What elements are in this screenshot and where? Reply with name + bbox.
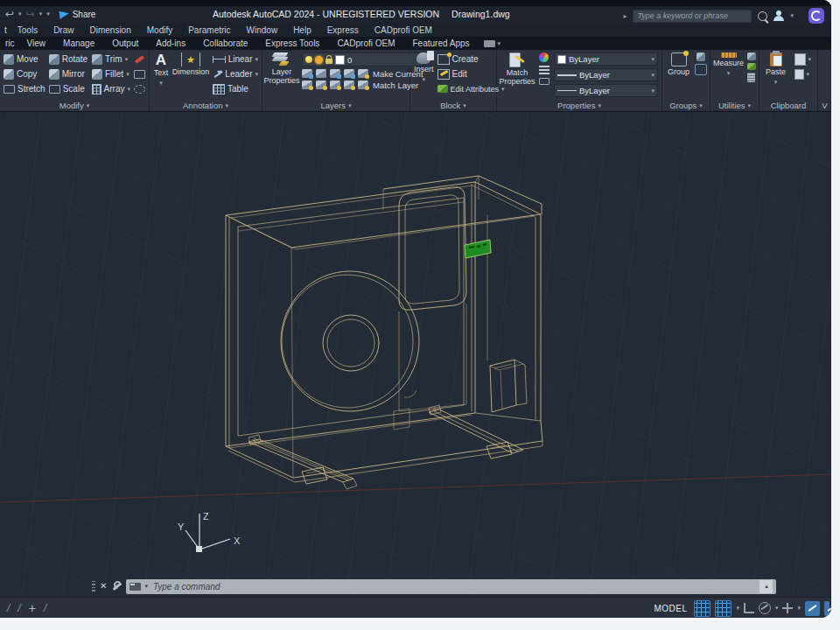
quick-calc-icon[interactable] — [747, 73, 755, 82]
command-bar-drag-handle[interactable] — [92, 581, 95, 592]
utilities-panel-label[interactable]: Utilities▾ — [710, 100, 759, 111]
trim-button[interactable]: Trim▾ — [92, 52, 130, 66]
explode-button[interactable] — [134, 67, 145, 80]
copy-button[interactable]: Copy — [4, 67, 46, 80]
snap-mode-toggle-icon[interactable] — [715, 600, 732, 617]
polar-tracking-icon[interactable] — [759, 602, 771, 614]
menu-item-parametric[interactable]: Parametric — [180, 25, 238, 35]
leader-button[interactable]: Leader▾ — [213, 67, 258, 80]
app-badge-icon[interactable] — [808, 8, 824, 24]
tab-cadprofi-oem[interactable]: CADprofi OEM — [328, 38, 403, 48]
color-select[interactable]: ByLayer ▾ — [554, 52, 658, 66]
layer-freeze-icon[interactable] — [330, 69, 340, 78]
command-prompt-caret-icon[interactable]: ▾ — [144, 583, 148, 590]
command-bar-close-icon[interactable]: ✕ — [100, 582, 107, 591]
create-block-button[interactable]: Create — [438, 52, 505, 66]
layer-lock-icon[interactable] — [302, 80, 312, 89]
layout-tab-slash3[interactable]: / — [44, 602, 46, 614]
lineweight-list-icon[interactable] — [539, 66, 550, 74]
offset-button[interactable] — [134, 82, 145, 95]
insert-button[interactable]: Insert ▾ — [414, 52, 434, 100]
rotate-button[interactable]: Rotate — [49, 52, 88, 66]
ortho-mode-icon[interactable] — [744, 603, 754, 613]
menu-item-partial[interactable]: t — [2, 25, 10, 35]
copy-clip-button[interactable]: ▾ — [794, 54, 814, 65]
array-button[interactable]: Array▾ — [92, 82, 130, 95]
stretch-button[interactable]: Stretch — [4, 82, 46, 95]
isodraft-toggle-icon[interactable] — [805, 601, 820, 616]
help-search-input[interactable] — [633, 10, 752, 23]
model-space-label[interactable]: MODEL — [654, 604, 687, 613]
layer-unlock-tool-icon[interactable] — [316, 80, 326, 89]
grid-display-toggle-icon[interactable] — [694, 600, 710, 617]
layer-unisolate-icon[interactable] — [316, 69, 326, 78]
ucs-icon[interactable]: Z Y X — [178, 511, 241, 552]
osnap-caret-icon[interactable]: ▾ — [797, 605, 801, 612]
undo-icon[interactable]: ↩ — [5, 8, 14, 20]
layer-isolate-icon[interactable] — [302, 69, 312, 78]
tab-manage[interactable]: Manage — [54, 38, 103, 48]
share-button[interactable]: Share — [60, 10, 96, 19]
object-snap-tracking-icon[interactable] — [782, 603, 793, 613]
linetype-list-icon[interactable] — [539, 78, 550, 85]
tab-output[interactable]: Output — [103, 38, 147, 48]
qat-customize-icon[interactable]: ▾ — [46, 10, 50, 18]
menu-item-tools[interactable]: Tools — [10, 25, 46, 35]
command-input[interactable] — [151, 581, 756, 592]
group-button[interactable]: Group — [666, 52, 691, 100]
move-button[interactable]: Move — [4, 52, 46, 66]
quick-select-icon[interactable] — [747, 52, 756, 60]
dynamic-input-toggle-icon[interactable] — [824, 601, 830, 616]
edit-attributes-button[interactable]: Edit Attributes▾ — [438, 82, 505, 95]
undo-dropdown-icon[interactable]: ▾ — [18, 10, 22, 18]
modify-panel-label[interactable]: Modify▾ — [0, 100, 149, 111]
account-icon[interactable] — [774, 10, 784, 21]
group-edit-icon[interactable] — [695, 64, 707, 75]
properties-panel-label[interactable]: Properties▾ — [497, 100, 662, 111]
linear-button[interactable]: Linear▾ — [213, 52, 258, 66]
layers-panel-label[interactable]: Layers▾ — [262, 100, 410, 111]
command-history-up-icon[interactable]: ▴ — [760, 580, 773, 593]
command-bar-customize-icon[interactable] — [111, 581, 122, 592]
search-icon[interactable] — [758, 11, 767, 21]
tab-collaborate[interactable]: Collaborate — [194, 38, 256, 48]
tab-parametric-partial[interactable]: ric — [2, 38, 18, 48]
layout-tab-slash2[interactable]: / — [18, 602, 20, 614]
new-layout-button[interactable]: + — [29, 601, 36, 615]
tab-addins[interactable]: Add-ins — [147, 38, 194, 48]
menu-item-help[interactable]: Help — [285, 25, 319, 35]
ungroup-icon[interactable] — [696, 52, 705, 61]
point-style-icon[interactable] — [747, 63, 756, 70]
block-panel-label[interactable]: Block▾ — [410, 100, 496, 111]
menu-item-dimension[interactable]: Dimension — [81, 25, 138, 35]
search-expand-icon[interactable]: ▸ — [623, 12, 626, 20]
cut-clip-button[interactable]: ▾ — [794, 69, 814, 80]
layer-select[interactable]: 0 ▾ — [302, 52, 424, 66]
layer-prev-icon[interactable] — [358, 80, 368, 89]
drawing-canvas[interactable]: Z Y X ✕ ▾ ▴ — [0, 112, 831, 597]
erase-button[interactable] — [135, 52, 144, 66]
redo-dropdown-icon[interactable]: ▾ — [39, 10, 43, 18]
text-button[interactable]: A Text ▾ — [153, 52, 169, 100]
tab-view[interactable]: View — [18, 38, 55, 48]
color-wheel-icon[interactable] — [539, 52, 549, 62]
menu-item-draw[interactable]: Draw — [46, 25, 81, 35]
titlebar-more-icon[interactable]: ▾ — [790, 12, 794, 19]
lineweight-select[interactable]: ByLayer ▾ — [554, 68, 658, 81]
tab-express-tools[interactable]: Express Tools — [256, 38, 328, 48]
paste-button[interactable]: Paste ▾ — [764, 52, 788, 100]
dimension-button[interactable]: ★ Dimension — [172, 52, 209, 100]
layout-tab-slash[interactable]: / — [7, 602, 10, 614]
ribbon-display-toggle[interactable]: ▾ — [484, 40, 501, 47]
tab-featured-apps[interactable]: Featured Apps — [404, 38, 479, 48]
match-properties-button[interactable]: Match Properties — [500, 52, 534, 100]
linetype-select[interactable]: ByLayer ▾ — [554, 84, 658, 97]
table-button[interactable]: Table — [213, 82, 258, 95]
layer-off-icon[interactable] — [344, 69, 354, 78]
fillet-button[interactable]: Fillet▾ — [92, 67, 130, 80]
mirror-button[interactable]: Mirror — [49, 67, 88, 80]
command-prompt-icon[interactable] — [130, 583, 141, 591]
layer-properties-button[interactable]: Layer Properties — [266, 52, 298, 100]
menu-item-window[interactable]: Window — [239, 25, 286, 35]
polar-caret-icon[interactable]: ▾ — [775, 605, 779, 612]
